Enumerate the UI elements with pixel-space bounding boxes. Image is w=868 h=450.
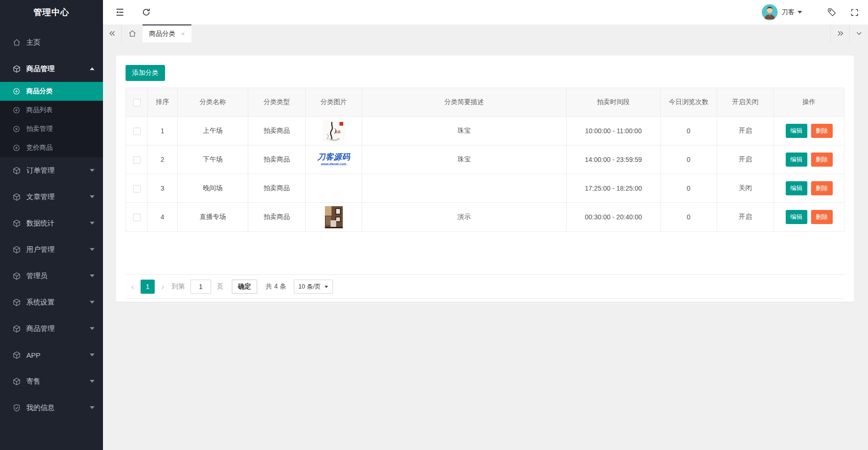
sidebar-item-bidding-goods[interactable]: 竞价商品 bbox=[0, 138, 103, 157]
user-menu[interactable]: 刀客 bbox=[762, 4, 802, 20]
delete-button[interactable]: 删除 bbox=[811, 124, 833, 138]
sidebar-group-statistics[interactable]: 数据统计 bbox=[0, 210, 103, 236]
next-page-icon[interactable]: › bbox=[158, 282, 168, 292]
caret-down-icon bbox=[90, 222, 95, 225]
sidebar-group-label: APP bbox=[26, 351, 40, 359]
cell-desc: 演示 bbox=[362, 203, 567, 232]
cell-image bbox=[306, 174, 362, 203]
sidebar-item-label: 商品列表 bbox=[26, 106, 53, 114]
row-checkbox[interactable] bbox=[133, 156, 141, 164]
sidebar-group-settings[interactable]: 系统设置 bbox=[0, 289, 103, 315]
cell-actions: 编辑删除 bbox=[774, 174, 844, 203]
sidebar-item-label: 主页 bbox=[26, 38, 40, 47]
cell-views: 0 bbox=[661, 174, 717, 203]
app-title: 管理中心 bbox=[0, 0, 103, 24]
prev-page-icon[interactable]: ‹ bbox=[127, 282, 138, 292]
cell-order: 1 bbox=[148, 117, 178, 145]
cube-icon bbox=[12, 351, 21, 359]
cell-desc: 珠宝 bbox=[362, 117, 567, 145]
tag-icon[interactable] bbox=[827, 7, 837, 17]
per-page-select[interactable]: 10 条/页 bbox=[294, 280, 333, 294]
home-icon bbox=[12, 38, 21, 47]
select-all-checkbox[interactable] bbox=[133, 99, 141, 106]
delete-button[interactable]: 删除 bbox=[811, 210, 833, 224]
scroll-tabs-left-icon[interactable] bbox=[103, 24, 122, 42]
sidebar-group-my-info[interactable]: 我的信息 bbox=[0, 394, 103, 421]
sidebar-group-label: 寄售 bbox=[26, 377, 40, 386]
cell-order: 2 bbox=[148, 145, 178, 174]
cube-icon bbox=[12, 272, 21, 280]
sidebar-group-users[interactable]: 用户管理 bbox=[0, 236, 103, 263]
header-checkbox-cell bbox=[126, 88, 148, 117]
row-checkbox[interactable] bbox=[133, 185, 141, 193]
fullscreen-icon[interactable] bbox=[849, 7, 860, 17]
cell-actions: 编辑删除 bbox=[774, 203, 844, 232]
refresh-icon[interactable] bbox=[141, 7, 152, 18]
content-area: 添加分类 排序 分类名称 分类类型 分类图片 分类简要描述 bbox=[103, 42, 868, 450]
tab-bar: 商品分类 × bbox=[103, 24, 868, 42]
sidebar-item-label: 商品分类 bbox=[26, 87, 53, 96]
confirm-page-button[interactable]: 确定 bbox=[232, 280, 257, 294]
edit-button[interactable]: 编辑 bbox=[786, 153, 807, 167]
sidebar-group-goods[interactable]: 商品管理 bbox=[0, 56, 103, 82]
cell-time: 17:25:00 - 18:25:00 bbox=[567, 174, 661, 203]
scroll-tabs-right-icon[interactable] bbox=[830, 24, 849, 42]
tab-category[interactable]: 商品分类 × bbox=[142, 24, 191, 42]
sidebar-group-app[interactable]: APP bbox=[0, 342, 103, 368]
edit-button[interactable]: 编辑 bbox=[786, 210, 807, 224]
cell-name: 下午场 bbox=[178, 145, 248, 174]
home-tab-icon[interactable] bbox=[122, 24, 142, 42]
edit-button[interactable]: 编辑 bbox=[786, 181, 807, 195]
sidebar-nav: 主页 商品管理 商品分类 商品列表 bbox=[0, 24, 103, 421]
plus-circle-icon bbox=[12, 106, 21, 114]
cell-name: 上午场 bbox=[178, 117, 248, 145]
delete-button[interactable]: 删除 bbox=[811, 153, 833, 167]
cell-status: 开启 bbox=[717, 203, 774, 232]
sidebar-item-category[interactable]: 商品分类 bbox=[0, 82, 103, 101]
sidebar-group-consignment[interactable]: 寄售 bbox=[0, 368, 103, 394]
cell-order: 3 bbox=[148, 174, 178, 203]
row-checkbox[interactable] bbox=[133, 128, 141, 135]
cell-name: 晚间场 bbox=[178, 174, 248, 203]
card-spacer bbox=[126, 232, 844, 274]
delete-button[interactable]: 删除 bbox=[811, 181, 833, 195]
cell-type: 拍卖商品 bbox=[248, 174, 306, 203]
edit-button[interactable]: 编辑 bbox=[786, 124, 807, 138]
sidebar-group-label: 订单管理 bbox=[26, 166, 55, 175]
header-image: 分类图片 bbox=[306, 88, 362, 117]
sidebar-item-label: 竞价商品 bbox=[26, 144, 53, 152]
sidebar-group-articles[interactable]: 文章管理 bbox=[0, 184, 103, 210]
add-category-button[interactable]: 添加分类 bbox=[126, 65, 165, 81]
cell-order: 4 bbox=[148, 203, 178, 232]
sidebar-group-admins[interactable]: 管理员 bbox=[0, 263, 103, 289]
goto-page-input[interactable] bbox=[190, 280, 211, 294]
sidebar-item-label: 拍卖管理 bbox=[26, 125, 53, 133]
cell-image bbox=[306, 203, 362, 232]
tab-label: 商品分类 bbox=[149, 30, 175, 38]
cube-icon bbox=[12, 166, 21, 175]
sidebar-group-goods2[interactable]: 商品管理 bbox=[0, 315, 103, 342]
current-page-button[interactable]: 1 bbox=[141, 280, 155, 294]
avatar bbox=[762, 4, 778, 20]
row-checkbox[interactable] bbox=[133, 214, 141, 221]
caret-down-icon bbox=[324, 286, 328, 288]
collapse-menu-icon[interactable] bbox=[114, 7, 126, 18]
caret-down-icon bbox=[90, 274, 95, 277]
sidebar-item-goods-list[interactable]: 商品列表 bbox=[0, 101, 103, 120]
cube-icon bbox=[12, 377, 21, 386]
table-row: 2 下午场 拍卖商品 刀客源码 www.dkewl.com 珠宝 14:00:0… bbox=[126, 145, 844, 174]
tab-options-icon[interactable] bbox=[849, 24, 868, 42]
header-views: 今日浏览次数 bbox=[661, 88, 717, 117]
table-row: 4 直播专场 拍卖商品 演示 00:30:00 - 20:40:00 0 开启 bbox=[126, 203, 844, 232]
sidebar-group-orders[interactable]: 订单管理 bbox=[0, 157, 103, 184]
cube-icon bbox=[12, 219, 21, 227]
sidebar-group-label: 我的信息 bbox=[26, 403, 55, 412]
sidebar-group-label: 管理员 bbox=[26, 272, 47, 281]
close-tab-icon[interactable]: × bbox=[181, 30, 185, 38]
cell-image: 松远 bbox=[306, 117, 362, 145]
caret-down-icon bbox=[90, 354, 95, 356]
sidebar-group-label: 商品管理 bbox=[26, 324, 55, 333]
shield-check-icon bbox=[12, 403, 21, 412]
sidebar-item-auction-manage[interactable]: 拍卖管理 bbox=[0, 120, 103, 138]
sidebar-item-home[interactable]: 主页 bbox=[0, 29, 103, 56]
